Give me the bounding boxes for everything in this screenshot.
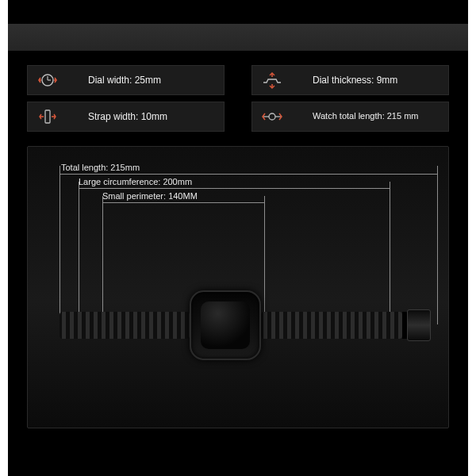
watch-clasp: [407, 309, 431, 341]
spec-label: Dial thickness: 9mm: [313, 75, 397, 86]
watch-strap-left: [60, 312, 190, 339]
diagram-label-large: Large circumference: 200mm: [79, 177, 192, 189]
diagram-label-total: Total length: 215mm: [61, 163, 140, 172]
watch-illustration: [60, 290, 440, 361]
svg-point-11: [269, 113, 275, 120]
top-band: [8, 24, 468, 51]
diagram-label-small: Small perimeter: 140MM: [102, 191, 198, 201]
spec-grid: Dial width: 25mm Dial thickness: 9mm: [27, 65, 449, 138]
spec-row: Strap width: 10mm Watch total length: 21…: [27, 102, 449, 132]
svg-rect-7: [45, 110, 50, 123]
spec-dial-thickness: Dial thickness: 9mm: [251, 65, 449, 95]
watch-case: [190, 290, 261, 360]
dial-thickness-icon: [260, 71, 284, 89]
watch-strap-right: [261, 312, 402, 339]
dial-width-icon: [36, 71, 60, 89]
spec-label: Strap width: 10mm: [88, 111, 167, 122]
measurement-line-small: [102, 202, 264, 203]
spec-label: Watch total length: 215 mm: [313, 111, 419, 121]
strap-width-icon: [36, 108, 60, 125]
product-spec-image: Dial width: 25mm Dial thickness: 9mm: [8, 0, 468, 476]
spec-total-length: Watch total length: 215 mm: [251, 102, 449, 132]
spec-strap-width: Strap width: 10mm: [27, 102, 225, 132]
spec-label: Dial width: 25mm: [88, 75, 161, 86]
spec-dial-width: Dial width: 25mm: [27, 65, 225, 95]
length-diagram: Total length: 215mm Large circumference:…: [27, 146, 449, 428]
measurement-line-total: [60, 174, 437, 175]
watch-screen: [201, 301, 250, 349]
total-length-icon: [260, 108, 284, 125]
spec-row: Dial width: 25mm Dial thickness: 9mm: [27, 65, 449, 95]
